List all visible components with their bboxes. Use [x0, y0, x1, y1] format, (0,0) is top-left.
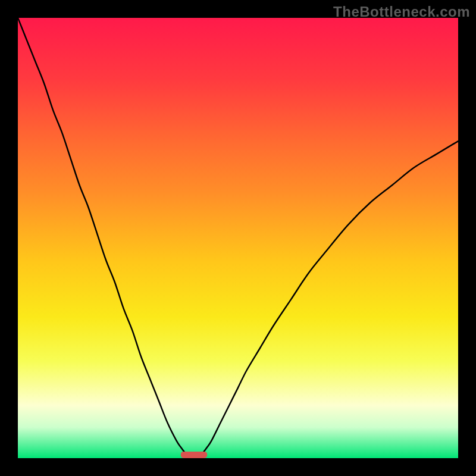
plot-frame: [18, 18, 458, 458]
optimal-range-marker: [181, 452, 207, 458]
bottleneck-curve-path: [18, 18, 458, 458]
watermark-text: TheBottleneck.com: [333, 4, 470, 20]
chart-container: TheBottleneck.com: [0, 0, 476, 476]
curve-svg: [18, 18, 458, 458]
